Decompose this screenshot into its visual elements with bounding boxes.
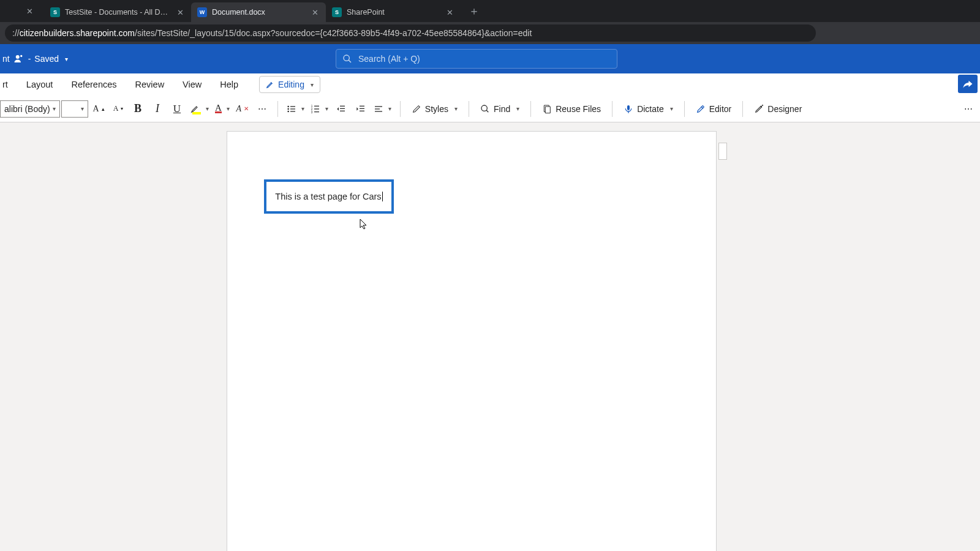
browser-address-bar: :// citizenbuilders.sharepoint.com /site… — [0, 22, 980, 44]
svg-rect-24 — [375, 111, 382, 111]
bold-button[interactable]: B — [129, 99, 147, 119]
more-formatting-button[interactable]: ⋯ — [253, 99, 271, 119]
underline-button[interactable]: U — [168, 99, 186, 119]
svg-point-1 — [20, 55, 22, 57]
close-icon[interactable]: ✕ — [445, 7, 454, 17]
share-button[interactable] — [958, 75, 978, 93]
svg-rect-5 — [290, 106, 295, 107]
reuse-label: Reuse Files — [556, 104, 601, 114]
ribbon-tab[interactable]: Help — [219, 76, 239, 93]
formatting-toolbar: alibri (Body)▾ ▾ A▴ A▾ B I U ▾ A ▾ A✕ ⋯ … — [0, 96, 980, 122]
close-icon[interactable]: ✕ — [175, 7, 185, 17]
textbox-content[interactable]: This is a test page for Cars — [275, 192, 381, 201]
pencil-icon — [266, 80, 274, 89]
italic-button[interactable]: I — [148, 99, 167, 119]
increase-indent-button[interactable] — [352, 99, 370, 119]
share-icon — [962, 78, 973, 89]
url-field[interactable]: :// citizenbuilders.sharepoint.com /site… — [5, 24, 816, 42]
find-label: Find — [494, 104, 510, 114]
chevron-down-icon: ▾ — [53, 105, 56, 112]
svg-point-30 — [761, 106, 762, 107]
separator — [684, 101, 685, 117]
sharepoint-icon: S — [50, 7, 60, 17]
document-canvas[interactable]: This is a test page for Cars — [0, 122, 980, 551]
align-button[interactable]: ▾ — [371, 99, 394, 119]
designer-button[interactable]: Designer — [749, 99, 807, 119]
editing-mode-button[interactable]: Editing ▾ — [259, 76, 320, 93]
dictate-label: Dictate — [637, 104, 664, 114]
svg-point-4 — [287, 105, 289, 107]
shrink-font-button[interactable]: A▾ — [109, 99, 127, 119]
bullets-button[interactable]: ▾ — [284, 99, 307, 119]
ribbon-tab[interactable]: Review — [134, 76, 166, 93]
numbering-icon: 123 — [311, 104, 320, 114]
browser-tab[interactable]: S SharePoint ✕ — [326, 2, 461, 22]
designer-icon — [754, 104, 764, 114]
decrease-indent-button[interactable] — [332, 99, 350, 119]
search-icon — [480, 104, 490, 114]
browser-tab-strip: ✕ S TestSite - Documents - All Docum ✕ W… — [0, 0, 980, 22]
svg-point-2 — [344, 55, 349, 61]
svg-rect-28 — [546, 107, 551, 113]
font-size-select[interactable]: ▾ — [61, 100, 88, 118]
text-box[interactable]: This is a test page for Cars — [264, 179, 394, 214]
ribbon-tab[interactable]: View — [181, 76, 203, 93]
align-icon — [374, 104, 383, 114]
font-color-button[interactable]: A ▾ — [213, 99, 232, 119]
text-caret — [382, 192, 383, 201]
url-path: /sites/TestSite/_layouts/15/doc.aspx?sou… — [135, 28, 532, 38]
browser-tab[interactable]: S TestSite - Documents - All Docum ✕ — [44, 2, 191, 22]
reuse-files-button[interactable]: Reuse Files — [537, 99, 606, 119]
close-icon[interactable]: ✕ — [24, 6, 34, 16]
ribbon-tab[interactable]: rt — [1, 76, 9, 93]
chevron-down-icon[interactable]: ▾ — [65, 56, 68, 62]
grow-font-button[interactable]: A▴ — [89, 99, 108, 119]
numbering-button[interactable]: 123 ▾ — [308, 99, 331, 119]
browser-tab-active[interactable]: W Document.docx ✕ — [191, 2, 326, 22]
overflow-button[interactable]: ⋯ — [959, 99, 978, 119]
svg-rect-7 — [290, 108, 295, 109]
mode-label: Editing — [278, 80, 304, 89]
font-name-select[interactable]: alibri (Body)▾ — [0, 100, 60, 118]
styles-label: Styles — [425, 104, 448, 114]
search-placeholder: Search (Alt + Q) — [358, 54, 420, 64]
tab-title: TestSite - Documents - All Docum — [65, 8, 170, 17]
search-input[interactable]: Search (Alt + Q) — [336, 49, 617, 69]
svg-line-26 — [486, 110, 488, 112]
ribbon-tab[interactable]: References — [70, 76, 118, 93]
new-tab-button[interactable]: ＋ — [466, 2, 483, 20]
dictate-button[interactable]: Dictate ▾ — [619, 99, 678, 119]
word-icon: W — [197, 7, 207, 17]
microphone-icon — [624, 104, 633, 114]
document-page[interactable]: This is a test page for Cars — [227, 131, 717, 551]
ribbon-tabs: rt Layout References Review View Help Ed… — [0, 73, 980, 96]
chevron-down-icon: ▾ — [81, 105, 84, 112]
chevron-down-icon: ▾ — [311, 81, 314, 88]
tab-title: Document.docx — [212, 8, 305, 17]
chevron-down-icon: ▾ — [301, 105, 304, 112]
svg-rect-16 — [340, 105, 345, 106]
svg-rect-20 — [360, 108, 364, 108]
mouse-cursor-icon — [360, 219, 368, 231]
outdent-icon — [336, 104, 346, 114]
editor-button[interactable]: Editor — [691, 99, 737, 119]
clear-formatting-button[interactable]: A✕ — [233, 99, 252, 119]
ribbon-tab[interactable]: Layout — [25, 76, 55, 93]
sharepoint-icon: S — [332, 7, 342, 17]
separator — [612, 101, 612, 117]
svg-rect-9 — [290, 111, 295, 111]
chevron-down-icon: ▾ — [516, 105, 519, 112]
highlight-button[interactable]: ▾ — [187, 99, 211, 119]
designer-label: Designer — [767, 104, 802, 114]
styles-icon — [412, 104, 421, 114]
ruler-handle[interactable] — [718, 143, 727, 160]
separator — [277, 101, 278, 117]
styles-button[interactable]: Styles ▾ — [407, 99, 462, 119]
close-icon[interactable]: ✕ — [310, 7, 320, 17]
separator — [400, 101, 401, 117]
find-button[interactable]: Find ▾ — [475, 99, 524, 119]
chevron-down-icon: ▾ — [388, 105, 391, 112]
chevron-down-icon: ▾ — [670, 105, 673, 112]
svg-point-0 — [15, 55, 19, 59]
svg-rect-18 — [340, 110, 345, 111]
